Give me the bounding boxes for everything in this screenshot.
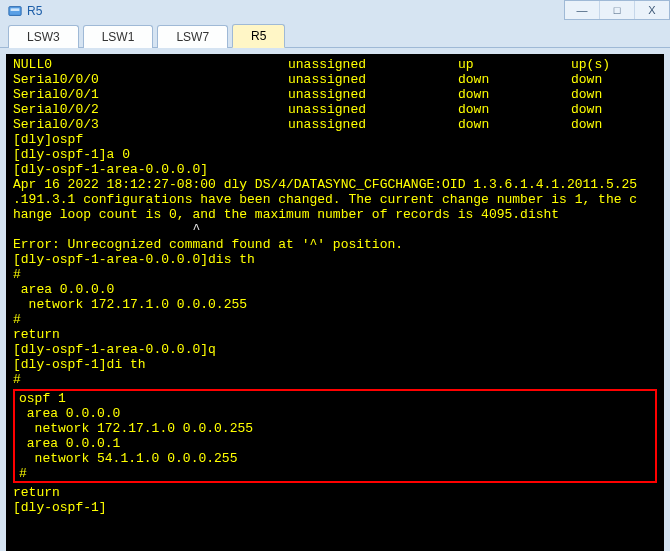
if-ip: unassigned [288,87,458,102]
terminal-line: ^ [7,222,663,237]
if-ip: unassigned [288,72,458,87]
terminal-line: # [7,267,663,282]
terminal-line: [dly-ospf-1-area-0.0.0.0] [7,162,663,177]
if-name: Serial0/0/0 [13,72,288,87]
terminal-line: [dly]ospf [7,132,663,147]
terminal-line: ospf 1 [15,391,655,406]
terminal-line: area 0.0.0.0 [7,282,663,297]
terminal-line: hange loop count is 0, and the maximum n… [7,207,663,222]
if-proto: down [571,72,602,87]
svg-rect-1 [11,8,20,11]
tab-lsw3[interactable]: LSW3 [8,25,79,48]
if-name: Serial0/0/2 [13,102,288,117]
terminal-line: network 172.17.1.0 0.0.0.255 [15,421,655,436]
terminal-line: [dly-ospf-1-area-0.0.0.0]q [7,342,663,357]
terminal-line: network 54.1.1.0 0.0.0.255 [15,451,655,466]
maximize-button[interactable]: □ [599,1,634,19]
if-phy: down [458,102,571,117]
tab-r5[interactable]: R5 [232,24,285,48]
terminal-line: area 0.0.0.1 [15,436,655,451]
if-proto: down [571,87,602,102]
interface-row: Serial0/0/1 unassigned down down [7,87,663,102]
tab-lsw1[interactable]: LSW1 [83,25,154,48]
interface-row: Serial0/0/0 unassigned down down [7,72,663,87]
tab-lsw7[interactable]: LSW7 [157,25,228,48]
if-name: Serial0/0/3 [13,117,288,132]
window-title: R5 [27,4,42,18]
terminal-line: [dly-ospf-1]a 0 [7,147,663,162]
tab-label: LSW7 [176,30,209,44]
if-name: Serial0/0/1 [13,87,288,102]
if-ip: unassigned [288,57,458,72]
close-button[interactable]: X [634,1,669,19]
highlight-box: ospf 1 area 0.0.0.0 network 172.17.1.0 0… [13,389,657,483]
if-proto: down [571,117,602,132]
terminal-line: [dly-ospf-1-area-0.0.0.0]dis th [7,252,663,267]
app-window: — □ X R5 LSW3 LSW1 LSW7 R5 NULL0 unassig… [0,0,670,551]
if-name: NULL0 [13,57,288,72]
interface-row: Serial0/0/3 unassigned down down [7,117,663,132]
terminal-line: Apr 16 2022 18:12:27-08:00 dly DS/4/DATA… [7,177,663,192]
window-controls: — □ X [564,0,670,20]
terminal-line: [dly-ospf-1]di th [7,357,663,372]
tab-label: LSW1 [102,30,135,44]
terminal-line: # [15,466,655,481]
terminal-line: return [7,485,663,500]
if-ip: unassigned [288,117,458,132]
if-phy: down [458,117,571,132]
terminal-line: network 172.17.1.0 0.0.0.255 [7,297,663,312]
interface-row: Serial0/0/2 unassigned down down [7,102,663,117]
minimize-button[interactable]: — [565,1,599,19]
tab-label: LSW3 [27,30,60,44]
interface-row: NULL0 unassigned up up(s) [7,57,663,72]
if-proto: up(s) [571,57,610,72]
terminal-line: # [7,372,663,387]
terminal-line: [dly-ospf-1] [7,500,663,515]
if-phy: down [458,87,571,102]
tab-bar: LSW3 LSW1 LSW7 R5 [0,22,670,48]
tab-label: R5 [251,29,266,43]
if-phy: up [458,57,571,72]
terminal-line: Error: Unrecognized command found at '^'… [7,237,663,252]
app-icon [8,4,22,18]
terminal-line: .191.3.1 configurations have been change… [7,192,663,207]
terminal-line: area 0.0.0.0 [15,406,655,421]
if-proto: down [571,102,602,117]
terminal-output[interactable]: NULL0 unassigned up up(s) Serial0/0/0 un… [6,54,664,551]
if-phy: down [458,72,571,87]
if-ip: unassigned [288,102,458,117]
terminal-line: return [7,327,663,342]
terminal-line: # [7,312,663,327]
